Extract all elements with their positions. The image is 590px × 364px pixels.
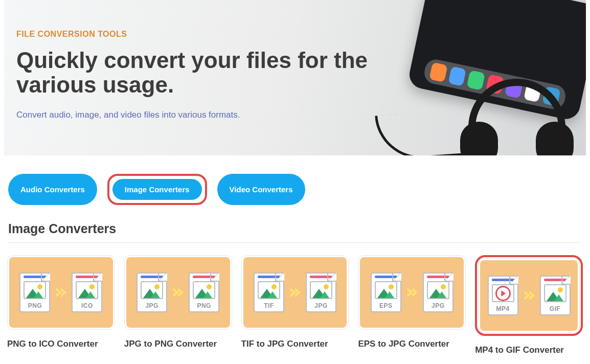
section-title: Image Converters (8, 221, 582, 236)
highlighted-tab-outline: Image Converters (107, 174, 207, 205)
converter-card-title: EPS to JPG Converter (358, 339, 466, 349)
file-icon: MP4 (488, 276, 518, 315)
arrow-icon (172, 286, 184, 299)
converter-card-title: MP4 to GIF Converter (475, 345, 583, 355)
hero-banner: FILE CONVERSION TOOLS Quickly convert yo… (4, 0, 586, 155)
tab-video-converters[interactable]: Video Converters (217, 174, 305, 205)
arrow-icon (406, 286, 418, 299)
file-ext: PNG (20, 302, 49, 311)
file-ext: GIF (541, 305, 570, 314)
file-icon: GIF (540, 276, 571, 315)
hero-eyebrow: FILE CONVERSION TOOLS (16, 30, 384, 39)
file-icon: ICO (72, 272, 102, 312)
file-ext: EPS (372, 302, 400, 311)
hero-subhead: Convert audio, image, and video files in… (16, 110, 384, 120)
file-icon: JPG (137, 272, 167, 312)
file-ext: ICO (73, 302, 101, 311)
arrow-icon (55, 286, 66, 299)
file-icon: PNG (19, 272, 50, 312)
file-ext: JPG (307, 302, 335, 311)
file-icon: PNG (189, 272, 219, 312)
converter-card-grid: PNGICOPNG to ICO ConverterJPGPNGJPG to P… (0, 255, 590, 355)
file-icon: JPG (423, 272, 453, 312)
file-icon: TIF (254, 272, 284, 312)
converter-card[interactable]: TIFJPGTIF to JPG Converter (241, 255, 349, 355)
hero-headline: Quickly convert your files for the vario… (16, 48, 384, 98)
arrow-icon (289, 286, 301, 299)
converter-card-title: TIF to JPG Converter (241, 339, 349, 349)
file-ext: MP4 (489, 305, 517, 314)
converter-card[interactable]: MP4GIFMP4 to GIF Converter (475, 255, 583, 355)
converter-tabs: Audio Converters Image Converters Video … (0, 155, 590, 205)
file-ext: PNG (190, 302, 218, 311)
converter-card-title: PNG to ICO Converter (7, 339, 115, 349)
converter-card[interactable]: PNGICOPNG to ICO Converter (7, 255, 115, 355)
tab-image-converters[interactable]: Image Converters (112, 179, 202, 200)
converter-card-title: JPG to PNG Converter (124, 339, 232, 349)
converter-card[interactable]: JPGPNGJPG to PNG Converter (124, 255, 232, 355)
file-ext: TIF (255, 302, 283, 311)
highlighted-card-outline: MP4GIF (475, 255, 583, 336)
file-ext: JPG (424, 302, 452, 311)
section-divider (8, 242, 582, 243)
headphones-illustration (458, 74, 576, 155)
converter-card[interactable]: EPSJPGEPS to JPG Converter (358, 255, 466, 355)
hero-text: FILE CONVERSION TOOLS Quickly convert yo… (16, 30, 384, 120)
file-ext: JPG (138, 302, 166, 311)
file-icon: JPG (306, 272, 336, 312)
headphone-cable-illustration (375, 109, 470, 155)
tab-audio-converters[interactable]: Audio Converters (8, 174, 97, 205)
arrow-icon (524, 289, 535, 302)
file-icon: EPS (371, 272, 401, 312)
